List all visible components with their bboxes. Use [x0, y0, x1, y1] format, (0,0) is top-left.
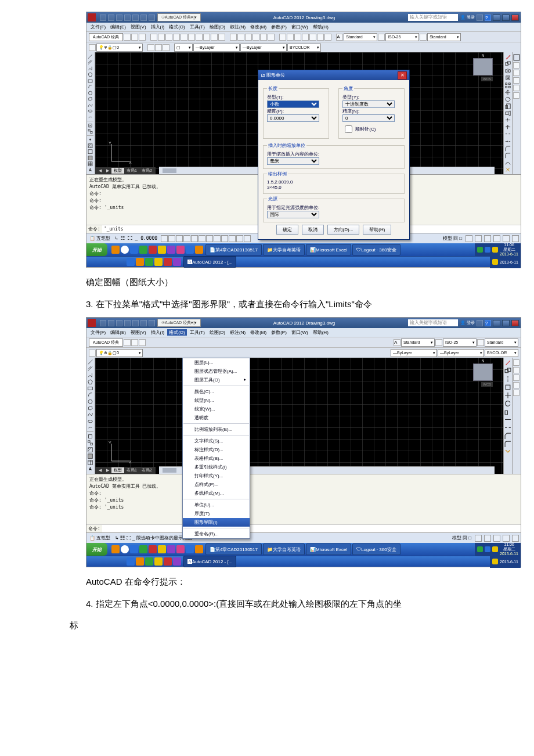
t2a-icon[interactable] [124, 339, 131, 346]
menu2-modify[interactable]: 修改(M) [248, 329, 268, 336]
properties-toolbar2[interactable]: 💡❄🔒▢ 0 — ByLayer — ByLayer BYCOLOR [86, 347, 521, 358]
modify-toolbar2-r[interactable] [503, 358, 512, 474]
r2c-icon[interactable] [145, 258, 153, 266]
dimstyle-combo2[interactable]: ISO-25 [443, 339, 477, 347]
dialog-titlebar[interactable]: 🗂 图形单位 ✕ [258, 70, 409, 80]
windows-taskbar-row2[interactable]: 🅰 AutoCAD 2012 - [... 2013-6-11 [86, 256, 521, 267]
lineweight-combo[interactable]: — ByLayer [240, 44, 287, 52]
task-2[interactable]: 📁 大学自考英语 [263, 244, 305, 255]
layerun-icon[interactable] [155, 44, 162, 51]
length-prec-select[interactable]: 0.0000 [267, 114, 319, 122]
canvas[interactable]: WCS YX ◀ ▶ 模型 布局1 布局2 🗂 图形单位 ✕ [95, 52, 503, 174]
status2-right[interactable]: 模型 回 □ [451, 535, 472, 541]
m3-icon[interactable] [513, 70, 519, 76]
menu2-edit[interactable]: 编辑(E) [109, 329, 128, 336]
tb-help-icon[interactable] [324, 34, 331, 41]
array-icon[interactable] [504, 82, 511, 88]
menu2-draw[interactable]: 绘图(D) [208, 329, 227, 336]
explode-icon[interactable] [504, 167, 511, 172]
stretch-icon[interactable] [504, 110, 511, 116]
text2-icon[interactable]: A [87, 467, 93, 472]
menu2-help[interactable]: 帮助(H) [311, 329, 330, 336]
menu-help[interactable]: 帮助(H) [311, 24, 330, 30]
sb2a-icon[interactable] [475, 535, 482, 542]
tb-plot-icon[interactable] [173, 34, 180, 41]
annoscale-icon[interactable] [466, 235, 472, 242]
format-menu-item[interactable]: 表格样式(B)... [183, 454, 250, 463]
ql1-icon[interactable] [111, 246, 120, 254]
tab-next[interactable]: ▶ [104, 168, 111, 173]
qp-toggle[interactable] [236, 235, 243, 242]
spline2-icon[interactable] [87, 412, 93, 417]
lineweight-combo2[interactable]: — ByLayer [438, 349, 484, 357]
extend-icon[interactable] [504, 124, 511, 130]
close2-button[interactable] [511, 320, 519, 326]
grid-toggle[interactable] [168, 235, 175, 242]
text-icon[interactable]: A [87, 168, 93, 172]
ellipse-icon[interactable] [87, 109, 93, 113]
search-box2[interactable]: 输入关键字或短语 [408, 319, 458, 326]
quick-access-toolbar2[interactable] [99, 320, 156, 326]
new2-icon[interactable] [100, 320, 106, 326]
t2-tbl-icon[interactable] [477, 339, 484, 346]
linetype-combo[interactable]: — ByLayer [193, 44, 240, 52]
tb-mu-icon[interactable] [309, 34, 316, 41]
clock2[interactable]: 11:06星期二2013-6-11 [500, 542, 518, 556]
standard-toolbar2[interactable]: AutoCAD 经典 A Standard ISO-25 Standard [86, 337, 521, 347]
pline-icon[interactable] [87, 66, 93, 71]
format-menu-item[interactable]: 重命名(R)... [183, 530, 250, 538]
tpy-toggle[interactable] [229, 235, 236, 242]
blend-icon[interactable] [504, 160, 511, 165]
r2f-icon[interactable] [173, 258, 181, 266]
m6-icon[interactable] [513, 92, 519, 99]
pline2-icon[interactable] [87, 373, 93, 378]
task2-1[interactable]: 📄 第4章CAD20130517 [205, 543, 262, 555]
table-icon[interactable] [87, 161, 93, 166]
polygon-icon[interactable] [87, 72, 93, 77]
gradient-icon[interactable] [87, 149, 93, 154]
menu2-param[interactable]: 参数(P) [269, 329, 288, 336]
task-1[interactable]: 📄 第4章CAD20130517 [205, 244, 262, 255]
tb-zoom-icon[interactable] [252, 34, 259, 41]
tb-publish-icon[interactable] [188, 34, 195, 41]
xline2-icon[interactable] [87, 366, 93, 371]
rect2-icon[interactable] [87, 386, 93, 391]
login-link2[interactable]: 👤 登录 [460, 320, 475, 326]
command-input-line2[interactable]: 命令: [86, 524, 521, 532]
tray1-icon[interactable] [477, 247, 483, 253]
tb-pan-icon[interactable] [245, 34, 252, 41]
menu2-window[interactable]: 窗口(W) [290, 329, 310, 336]
menubar[interactable]: 文件(F) 编辑(E) 视图(V) 插入(I) 格式(O) 工具(T) 绘图(D… [86, 23, 521, 31]
cancel-button[interactable]: 取消 [302, 225, 324, 235]
tb-save-icon[interactable] [165, 34, 172, 41]
menu-param[interactable]: 参数(P) [269, 24, 288, 30]
modify-toolbar-2[interactable] [512, 52, 521, 174]
format-menu-item[interactable]: 文字样式(S)... [183, 437, 250, 445]
mr9-icon[interactable] [504, 424, 511, 431]
style-text-icon[interactable]: A [336, 34, 343, 41]
r2m5-icon[interactable] [513, 390, 519, 396]
format-menu-item[interactable]: 单位(U)... [183, 501, 250, 509]
tab-layout2[interactable]: 布局2 [139, 168, 154, 174]
t2b-icon[interactable] [131, 339, 138, 346]
textstyle-combo2[interactable]: Standard [401, 339, 435, 347]
modify-toolbar2-r2[interactable] [512, 358, 521, 474]
insert-icon[interactable] [87, 123, 93, 128]
open-icon[interactable] [108, 15, 114, 21]
ql3-icon[interactable] [139, 246, 147, 254]
format-menu-item[interactable]: 线型(N)... [183, 396, 250, 405]
menu2-dimension[interactable]: 标注(N) [228, 329, 247, 336]
ducs-toggle[interactable] [206, 235, 213, 242]
windows-taskbar2-row2[interactable]: 🅰 AutoCAD 2012 - [... 2013-6-11 [86, 556, 521, 567]
tray2-icon[interactable] [485, 247, 490, 253]
help2-icon[interactable]: ? [485, 320, 491, 326]
ortho-toggle[interactable] [176, 235, 183, 242]
tb-zoomw-icon[interactable] [260, 34, 267, 41]
task2-2[interactable]: 📁 大学自考英语 [263, 543, 305, 555]
format-menu-item[interactable]: 图层工具(O) ▸ [183, 376, 250, 384]
command-input2[interactable] [102, 525, 521, 532]
viewcube2[interactable] [473, 363, 493, 381]
workspace-dropdown2[interactable]: ☉ AutoCAD 经典 ▾|▾ [157, 319, 201, 327]
ok-button[interactable]: 确定 [276, 225, 298, 235]
ellipse2-icon[interactable] [87, 419, 93, 424]
